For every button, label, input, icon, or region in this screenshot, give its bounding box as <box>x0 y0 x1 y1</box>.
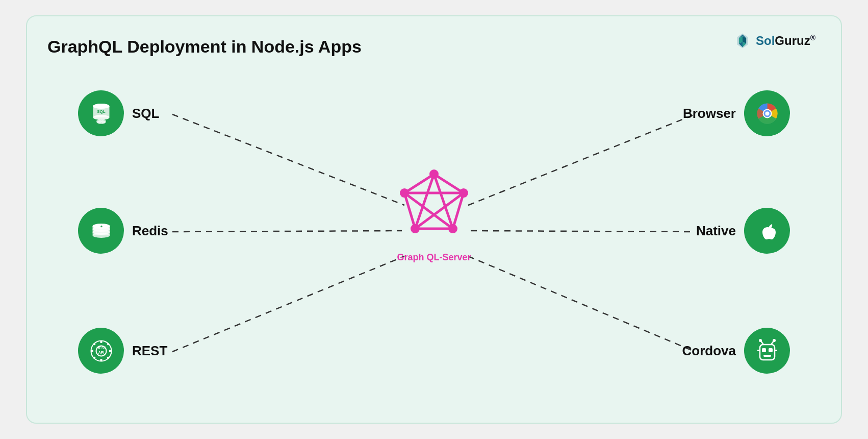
graphql-icon <box>393 166 475 248</box>
svg-point-25 <box>93 104 109 109</box>
redis-label: Redis <box>132 223 168 239</box>
browser-label: Browser <box>683 106 736 121</box>
svg-rect-55 <box>762 348 766 352</box>
logo: SolGuruz® <box>733 32 815 50</box>
svg-rect-44 <box>91 350 93 352</box>
svg-line-1 <box>172 114 404 205</box>
svg-rect-63 <box>775 350 777 351</box>
cordova-node: Cordova <box>682 328 790 374</box>
svg-rect-54 <box>760 345 775 360</box>
svg-point-24 <box>93 115 109 120</box>
rest-icon: REST API <box>87 337 115 365</box>
redis-circle: ✦ <box>78 208 124 254</box>
native-circle <box>744 208 790 254</box>
graphql-center-node: Graph QL-Server <box>393 166 475 263</box>
sql-circle: SQL <box>78 90 124 136</box>
native-node: Native <box>696 208 790 254</box>
svg-point-20 <box>411 224 420 233</box>
svg-point-28 <box>96 119 101 124</box>
svg-rect-57 <box>763 355 771 357</box>
svg-point-17 <box>429 169 439 179</box>
svg-text:SQL: SQL <box>97 109 106 114</box>
logo-text: SolGuruz® <box>756 34 815 48</box>
browser-circle <box>744 90 790 136</box>
svg-line-6 <box>468 256 695 352</box>
svg-text:API: API <box>98 351 104 354</box>
browser-node: Browser <box>683 90 790 136</box>
svg-line-2 <box>172 231 402 232</box>
svg-point-36 <box>92 233 110 238</box>
cordova-circle <box>744 328 790 374</box>
svg-line-3 <box>172 256 404 352</box>
svg-rect-43 <box>100 359 102 361</box>
svg-rect-62 <box>757 350 760 351</box>
svg-text:✦: ✦ <box>99 225 103 228</box>
solguruz-icon <box>733 32 752 50</box>
cordova-label: Cordova <box>682 343 736 359</box>
sql-icon: SQL <box>87 100 115 128</box>
svg-point-61 <box>773 339 776 342</box>
svg-rect-45 <box>109 350 112 352</box>
svg-point-53 <box>765 111 769 115</box>
svg-point-19 <box>448 224 457 233</box>
rest-label: REST <box>132 343 167 359</box>
diagram-container: GraphQL Deployment in Node.js Apps SolGu… <box>26 15 842 424</box>
browser-icon <box>753 100 781 128</box>
svg-rect-56 <box>769 348 773 352</box>
svg-point-18 <box>459 188 468 198</box>
svg-text:REST: REST <box>96 346 106 350</box>
sql-label: SQL <box>132 106 159 121</box>
rest-node: REST API REST <box>78 328 167 374</box>
redis-node: ✦ Redis <box>78 208 168 254</box>
native-icon <box>753 217 781 245</box>
svg-line-4 <box>468 114 695 205</box>
redis-icon: ✦ <box>87 217 115 245</box>
svg-point-21 <box>400 188 409 198</box>
graphql-label: Graph QL-Server <box>397 252 471 263</box>
rest-circle: REST API <box>78 328 124 374</box>
svg-line-5 <box>471 231 695 232</box>
page-title: GraphQL Deployment in Node.js Apps <box>47 37 821 57</box>
sql-node: SQL SQL <box>78 90 159 136</box>
svg-point-29 <box>101 119 106 124</box>
svg-rect-42 <box>100 340 102 343</box>
native-label: Native <box>696 223 736 239</box>
cordova-icon <box>753 337 781 365</box>
svg-point-60 <box>759 339 762 342</box>
